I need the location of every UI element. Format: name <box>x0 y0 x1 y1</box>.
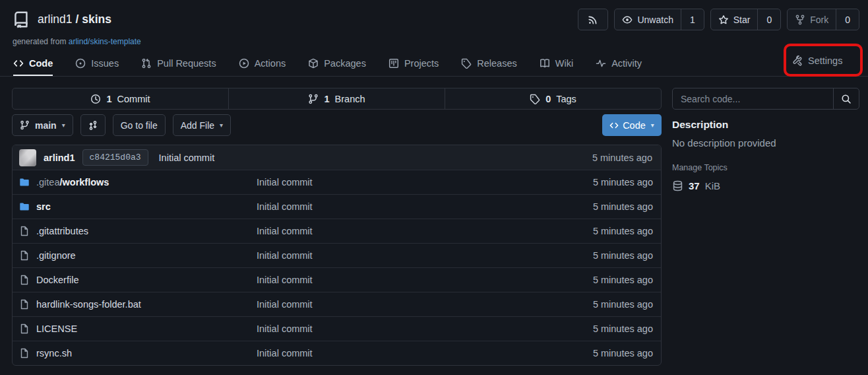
description-empty-text: No description provided <box>672 137 776 149</box>
repo-tabbar: Code Issues Pull Requests Actions <box>0 50 868 77</box>
commit-time: 5 minutes ago <box>592 153 654 163</box>
code-icon <box>13 58 24 69</box>
commits-link[interactable]: 1 Commit <box>13 88 228 109</box>
compare-branches-button[interactable] <box>80 114 106 136</box>
table-row[interactable]: hardlink-songs-folder.bat Initial commit… <box>13 292 661 316</box>
pull-request-icon <box>141 58 152 69</box>
row-commit-message[interactable]: Initial commit <box>257 250 593 261</box>
row-commit-message[interactable]: Initial commit <box>257 177 593 188</box>
row-time: 5 minutes ago <box>593 324 653 334</box>
file-icon <box>19 250 30 261</box>
repo-book-icon <box>12 11 30 29</box>
row-time: 5 minutes ago <box>593 275 653 285</box>
folder-icon <box>19 177 30 188</box>
description-title: Description <box>672 119 728 131</box>
code-search-button[interactable] <box>833 88 859 109</box>
commit-sha-link[interactable]: c84215d0a3 <box>82 149 148 166</box>
fork-button[interactable]: Fork 0 <box>787 9 859 30</box>
repo-size: 37 KiB <box>672 180 720 191</box>
rss-icon <box>588 15 598 25</box>
row-time: 5 minutes ago <box>593 348 653 358</box>
rss-button[interactable] <box>578 9 608 30</box>
commit-author-link[interactable]: arlind1 <box>44 153 75 163</box>
avatar[interactable] <box>19 149 36 166</box>
go-to-file-button[interactable]: Go to file <box>113 114 166 136</box>
search-icon <box>841 94 852 104</box>
latest-commit-row: arlind1 c84215d0a3 Initial commit 5 minu… <box>13 145 661 170</box>
code-search-input[interactable] <box>673 88 833 109</box>
star-icon <box>718 15 729 25</box>
file-table: arlind1 c84215d0a3 Initial commit 5 minu… <box>12 145 662 366</box>
fork-count[interactable]: 0 <box>836 9 859 30</box>
clock-history-icon <box>90 94 101 104</box>
tab-activity[interactable]: Activity <box>596 50 642 76</box>
star-count[interactable]: 0 <box>757 9 780 30</box>
row-time: 5 minutes ago <box>593 226 653 236</box>
tags-link[interactable]: 0 Tags <box>445 88 661 109</box>
table-row[interactable]: src Initial commit 5 minutes ago <box>13 194 661 219</box>
tab-pull-requests[interactable]: Pull Requests <box>141 50 216 76</box>
code-download-button[interactable]: Code ▾ <box>602 114 662 136</box>
repo-name-link[interactable]: skins <box>82 13 111 26</box>
play-circle-icon <box>239 58 249 69</box>
row-time: 5 minutes ago <box>593 250 653 261</box>
git-compare-icon <box>88 120 98 131</box>
row-commit-message[interactable]: Initial commit <box>257 324 593 334</box>
commit-message-link[interactable]: Initial commit <box>159 153 215 163</box>
tab-releases[interactable]: Releases <box>461 50 516 76</box>
tab-actions[interactable]: Actions <box>239 50 286 76</box>
branch-selector[interactable]: main ▾ <box>12 114 73 136</box>
row-commit-message[interactable]: Initial commit <box>257 275 593 285</box>
file-icon <box>19 348 30 358</box>
database-icon <box>672 180 683 191</box>
table-row[interactable]: rsync.sh Initial commit 5 minutes ago <box>13 341 661 365</box>
repo-owner-link[interactable]: arlind1 <box>38 13 73 26</box>
chevron-down-icon: ▾ <box>651 122 654 129</box>
tab-settings[interactable]: Settings <box>792 53 842 69</box>
file-toolbar: main ▾ Go to file Add File ▾ <box>12 114 231 136</box>
tab-projects[interactable]: Projects <box>388 50 439 76</box>
branches-link[interactable]: 1 Branch <box>228 88 445 109</box>
table-row[interactable]: Dockerfile Initial commit 5 minutes ago <box>13 267 661 292</box>
book-icon <box>540 58 550 69</box>
table-row[interactable]: LICENSE Initial commit 5 minutes ago <box>13 316 661 341</box>
table-row[interactable]: .gitattributes Initial commit 5 minutes … <box>13 219 661 243</box>
row-commit-message[interactable]: Initial commit <box>257 299 593 310</box>
file-icon <box>19 299 30 310</box>
star-button[interactable]: Star 0 <box>710 9 781 30</box>
chevron-down-icon: ▾ <box>220 122 223 129</box>
repo-action-buttons: Unwatch 1 Star 0 Fork 0 <box>578 9 859 30</box>
repo-stats-bar: 1 Commit 1 Branch 0 Tags <box>12 88 662 110</box>
chevron-down-icon: ▾ <box>62 122 65 129</box>
git-branch-icon <box>20 120 30 130</box>
tab-packages[interactable]: Packages <box>308 50 366 76</box>
tab-wiki[interactable]: Wiki <box>540 50 573 76</box>
code-icon <box>609 121 619 130</box>
tab-issues[interactable]: Issues <box>75 50 119 76</box>
row-time: 5 minutes ago <box>593 201 653 212</box>
watch-count[interactable]: 1 <box>681 9 704 30</box>
template-repo-link[interactable]: arlind/skins-template <box>69 37 141 46</box>
git-branch-icon <box>308 94 319 104</box>
table-row[interactable]: .gitignore Initial commit 5 minutes ago <box>13 243 661 267</box>
row-commit-message[interactable]: Initial commit <box>257 348 593 358</box>
row-commit-message[interactable]: Initial commit <box>257 226 593 236</box>
code-search <box>672 88 859 110</box>
row-commit-message[interactable]: Initial commit <box>257 201 593 212</box>
tab-code[interactable]: Code <box>13 50 53 76</box>
eye-icon <box>622 15 633 25</box>
watch-button[interactable]: Unwatch 1 <box>614 9 704 30</box>
row-time: 5 minutes ago <box>593 299 653 310</box>
repo-title: arlind1 / skins <box>38 13 111 26</box>
add-file-button[interactable]: Add File ▾ <box>173 114 231 136</box>
table-row[interactable]: .gitea/workflows Initial commit 5 minute… <box>13 170 661 194</box>
project-board-icon <box>388 58 399 69</box>
generated-from-line: generated from arlind/skins-template <box>13 37 141 46</box>
wrench-icon <box>792 55 803 66</box>
tag-icon <box>530 94 540 104</box>
tag-icon <box>461 58 472 69</box>
pulse-icon <box>596 58 606 69</box>
row-time: 5 minutes ago <box>593 177 653 188</box>
fork-icon <box>795 15 805 25</box>
manage-topics-link[interactable]: Manage Topics <box>672 163 728 172</box>
